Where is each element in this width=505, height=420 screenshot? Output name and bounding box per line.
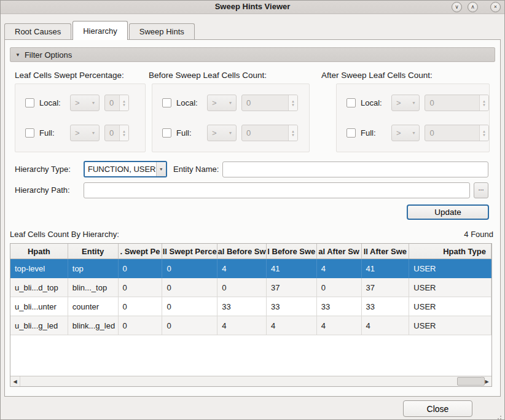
local-checkbox[interactable] (25, 98, 34, 107)
column-header[interactable]: Hpath (10, 244, 68, 259)
table-cell[interactable]: 4 (217, 259, 267, 278)
table-cell[interactable]: 0 (119, 316, 163, 335)
table-cell[interactable]: 37 (362, 278, 410, 297)
resize-grip[interactable] (500, 416, 501, 417)
chevron-down-icon: ▾ (412, 100, 415, 106)
table-row[interactable]: top-leveltop00441441USER (10, 259, 491, 278)
full-checkbox[interactable] (25, 128, 34, 138)
local-checkbox[interactable] (162, 98, 171, 107)
table-cell[interactable]: 0 (162, 278, 217, 297)
table-cell[interactable]: 4 (217, 316, 267, 335)
operator-select[interactable]: > ▾ (70, 125, 100, 141)
spin-down-icon[interactable]: ▼ (482, 133, 486, 137)
operator-select[interactable]: > ▾ (70, 95, 100, 111)
value-spinbox[interactable]: 0 ▲ ▼ (241, 95, 298, 111)
spin-down-icon[interactable]: ▼ (122, 133, 126, 137)
update-button[interactable]: Update (407, 204, 489, 220)
value-spinbox[interactable]: 0 ▲ ▼ (425, 95, 489, 111)
scroll-left-icon[interactable]: ◀ (10, 376, 20, 386)
table-cell[interactable]: 37 (267, 278, 317, 297)
close-window-icon[interactable]: × (490, 2, 501, 12)
operator-select[interactable]: > ▾ (391, 125, 420, 141)
spinbox-buttons[interactable]: ▲ ▼ (288, 95, 297, 111)
table-cell[interactable]: blink...g_led (68, 316, 119, 335)
operator-select[interactable]: > ▾ (391, 95, 420, 111)
spinbox-buttons[interactable]: ▲ ▼ (479, 125, 488, 141)
table-cell[interactable]: 4 (362, 316, 410, 335)
table-cell[interactable]: USER (409, 259, 491, 278)
unshade-window-icon[interactable]: ∧ (468, 2, 478, 12)
table-cell[interactable]: USER (409, 297, 491, 316)
table-cell[interactable]: 0 (217, 278, 267, 297)
spin-down-icon[interactable]: ▼ (291, 133, 295, 137)
table-cell[interactable]: u_bli...d_top (10, 278, 68, 297)
table-cell[interactable]: 4 (317, 316, 362, 335)
table-cell[interactable]: blin..._top (68, 278, 119, 297)
spin-down-icon[interactable]: ▼ (122, 103, 126, 107)
table-row[interactable]: u_bli...g_ledblink...g_led004444USER (10, 316, 491, 335)
column-header[interactable]: Entity (68, 244, 119, 259)
table-cell[interactable]: 0 (119, 297, 163, 316)
close-button[interactable]: Close (403, 400, 472, 417)
hierarchy-type-select[interactable]: FUNCTION, USER ▾ (84, 161, 167, 177)
table-cell[interactable]: 41 (267, 259, 317, 278)
full-checkbox[interactable] (346, 128, 356, 138)
table-row[interactable]: u_bli...d_topblin..._top00037037USER (10, 278, 491, 297)
table-cell[interactable]: top (68, 259, 119, 278)
column-header[interactable]: Hpath Type (409, 244, 491, 259)
spin-down-icon[interactable]: ▼ (482, 103, 486, 107)
operator-select[interactable]: > ▾ (207, 95, 237, 111)
tab-root-causes[interactable]: Root Causes (4, 23, 71, 39)
scrollbar-thumb[interactable] (457, 377, 485, 386)
scroll-right-icon[interactable]: ▶ (482, 376, 491, 386)
table-cell[interactable]: 33 (267, 297, 317, 316)
browse-button[interactable]: ... (474, 182, 488, 198)
table-row[interactable]: u_bli...untercounter0033333333USER (10, 297, 491, 316)
table-cell[interactable]: u_bli...unter (10, 297, 68, 316)
tab-hierarchy[interactable]: Hierarchy (72, 21, 128, 40)
shade-window-icon[interactable]: ∨ (452, 2, 462, 12)
table-cell[interactable]: 4 (317, 259, 362, 278)
column-header[interactable]: al After Sw (317, 244, 362, 259)
table-cell[interactable]: 33 (217, 297, 267, 316)
table-cell[interactable]: USER (409, 278, 491, 297)
column-header[interactable]: l Before Swe (267, 244, 317, 259)
spin-down-icon[interactable]: ▼ (291, 103, 295, 107)
spinbox-buttons[interactable]: ▲ ▼ (119, 95, 128, 111)
filter-options-collapser[interactable]: ▼ Filter Options (10, 47, 495, 62)
spinbox-buttons[interactable]: ▲ ▼ (479, 95, 488, 111)
tab-sweep-hints[interactable]: Sweep Hints (129, 23, 195, 39)
table-cell[interactable]: USER (409, 316, 491, 335)
table-cell[interactable]: counter (68, 297, 119, 316)
table-cell[interactable]: top-level (10, 259, 68, 278)
hierarchy-path-input[interactable] (84, 182, 470, 198)
table-cell[interactable]: 41 (362, 259, 410, 278)
value-spinbox[interactable]: 0 ▲ ▼ (241, 125, 298, 141)
table-cell[interactable]: 0 (119, 259, 163, 278)
chevron-down-icon[interactable]: ▾ (156, 162, 166, 176)
table-cell[interactable]: 0 (162, 316, 217, 335)
table-cell[interactable]: u_bli...g_led (10, 316, 68, 335)
value-spinbox[interactable]: 0 ▲ ▼ (104, 95, 129, 111)
table-cell[interactable]: 0 (162, 297, 217, 316)
table-cell[interactable]: 0 (119, 278, 163, 297)
table-cell[interactable]: 33 (317, 297, 362, 316)
table-cell[interactable]: 33 (362, 297, 410, 316)
table-cell[interactable]: 4 (267, 316, 317, 335)
spinbox-buttons[interactable]: ▲ ▼ (119, 125, 128, 141)
table-cell[interactable]: 0 (162, 259, 217, 278)
local-checkbox[interactable] (346, 98, 356, 107)
spinbox-buttons[interactable]: ▲ ▼ (288, 125, 297, 141)
titlebar[interactable]: Sweep Hints Viewer ∨ ∧ × (1, 1, 504, 14)
entity-name-input[interactable] (222, 161, 488, 177)
column-header[interactable]: ll Swept Perce (162, 244, 217, 259)
table-cell[interactable]: 0 (317, 278, 362, 297)
horizontal-scrollbar[interactable]: ◀ ▶ (10, 376, 491, 386)
full-checkbox[interactable] (162, 128, 171, 138)
operator-select[interactable]: > ▾ (207, 125, 237, 141)
column-header[interactable]: . Swept Pe (119, 244, 163, 259)
value-spinbox[interactable]: 0 ▲ ▼ (425, 125, 489, 141)
value-spinbox[interactable]: 0 ▲ ▼ (104, 125, 129, 141)
column-header[interactable]: al Before Sw (217, 244, 267, 259)
column-header[interactable]: ll After Swe (362, 244, 410, 259)
